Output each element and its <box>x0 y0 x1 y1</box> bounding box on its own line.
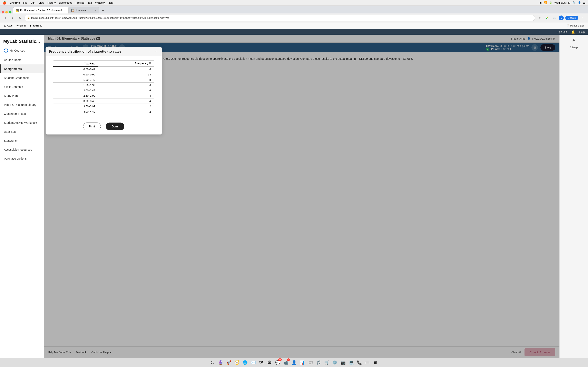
tax-rate-cell: 1.50–1.99 <box>53 83 98 88</box>
sidebar-item-statcrunch[interactable]: StatCrunch <box>0 136 44 145</box>
mac-menubar: 🍎 Chrome File Edit View History Bookmark… <box>0 0 294 6</box>
modal-footer: Print Done <box>46 118 162 134</box>
sidebar-item-accessible-resources[interactable]: Accessible Resources <box>0 145 44 154</box>
apple-menu[interactable]: 🍎 <box>2 1 7 5</box>
forward-button[interactable]: › <box>10 15 16 21</box>
main-content: MyLab Statistic... My Courses Course Hom… <box>0 35 294 184</box>
top-app-bar: Sign Out 🔔 Help <box>0 29 294 35</box>
edit-menu[interactable]: Edit <box>31 1 35 4</box>
tax-rate-cell: 3.50–3.99 <box>53 104 98 109</box>
mylab-sidebar: MyLab Statistic... My Courses Course Hom… <box>0 35 44 184</box>
bookmarks-menu[interactable]: Bookmarks <box>59 1 72 4</box>
frequency-cell: 14 <box>98 72 154 77</box>
frequency-header: Frequency ⊞ <box>98 60 154 67</box>
tax-rate-cell: 4.00–4.49 <box>53 109 98 114</box>
close-tab-button[interactable]: × <box>64 9 66 12</box>
sidebar-my-courses-label: My Courses <box>9 49 25 52</box>
table-row: 1.50–1.996 <box>53 83 154 88</box>
sidebar-item-data-sets[interactable]: Data Sets <box>0 127 44 136</box>
tax-rate-cell: 3.00–3.49 <box>53 99 98 104</box>
table-row: 4.00–4.492 <box>53 109 154 114</box>
frequency-cell: 6 <box>98 83 154 88</box>
history-menu[interactable]: History <box>47 1 56 4</box>
file-menu[interactable]: File <box>23 1 27 4</box>
nav-bar: ‹ › ↻ 🔒 mathxl.com/Student/PlayerHomewor… <box>0 13 294 22</box>
table-row: 2.50–2.994 <box>53 93 154 99</box>
bookmark-apps[interactable]: ⊞ Apps <box>2 24 14 28</box>
sidebar-assignments-label: Assignments <box>4 67 22 71</box>
youtube-icon: ▶ <box>30 24 32 27</box>
profiles-menu[interactable]: Profiles <box>76 1 84 4</box>
view-menu[interactable]: View <box>38 1 44 4</box>
sidebar-item-classroom-notes[interactable]: Classroom Notes <box>0 109 44 118</box>
tab-favicon: 📐 <box>16 9 18 12</box>
sidebar-item-etext-contents[interactable]: eText Contents <box>0 82 44 91</box>
sidebar-video-resource-label: Video & Resource Library <box>4 103 36 106</box>
sidebar-item-course-home[interactable]: Course Home <box>0 55 44 64</box>
copy-icon[interactable]: ⊞ <box>149 62 151 65</box>
chrome-menu[interactable]: Chrome <box>10 1 20 4</box>
back-button[interactable]: ‹ <box>2 15 8 21</box>
bookmark-gmail[interactable]: ✉ Gmail <box>15 24 27 28</box>
content-area: Math 54: Elementary Statistics (2) Shane… <box>44 35 294 184</box>
sidebar-item-purchase-options[interactable]: Purchase Options <box>0 154 44 163</box>
done-button[interactable]: Done <box>106 123 124 130</box>
modal-title: Frequency distribution of cigarette tax … <box>49 50 121 54</box>
table-row: 1.00–1.498 <box>53 77 154 83</box>
minimize-window-button[interactable] <box>5 11 8 13</box>
sidebar-purchase-label: Purchase Options <box>4 157 26 160</box>
modal-titlebar: Frequency distribution of cigarette tax … <box>46 47 162 56</box>
frequency-distribution-dialog: Frequency distribution of cigarette tax … <box>45 47 162 134</box>
sidebar-item-assignments[interactable]: Assignments <box>0 64 44 73</box>
table-row: 3.00–3.494 <box>53 99 154 104</box>
frequency-table: Tax Rate Frequency ⊞ 0.00–0.4960.50–0.99… <box>53 60 154 114</box>
new-tab-button[interactable]: + <box>100 8 106 13</box>
bookmark-apps-label: Apps <box>7 24 12 27</box>
sidebar-statcrunch-label: StatCrunch <box>4 139 18 142</box>
sidebar-item-student-activity[interactable]: Student Activity Workbook <box>0 118 44 127</box>
url-text: mathxl.com/Student/PlayerHomework.aspx?h… <box>31 17 294 19</box>
reload-button[interactable]: ↻ <box>17 15 23 21</box>
bookmarks-bar: ⊞ Apps ✉ Gmail ▶ YouTube 📋 Reading List <box>0 22 294 29</box>
maximize-window-button[interactable] <box>9 11 11 13</box>
tab-menu[interactable]: Tab <box>87 1 92 4</box>
mathxl-container: Math 54: Elementary Statistics (2) Shane… <box>44 35 294 184</box>
sidebar-item-student-gradebook[interactable]: Student Gradebook <box>0 73 44 82</box>
close-window-button[interactable] <box>2 11 4 13</box>
inactive-tab[interactable]: 📋 dom sam... × <box>69 7 99 13</box>
sidebar-item-video-resource[interactable]: Video & Resource Library <box>0 100 44 109</box>
print-button[interactable]: Print <box>83 123 101 130</box>
sidebar-classroom-notes-label: Classroom Notes <box>4 112 26 115</box>
frequency-cell: 6 <box>98 67 154 72</box>
sidebar-etext-label: eText Contents <box>4 85 23 89</box>
modal-body: Tax Rate Frequency ⊞ 0.00–0.4960.50–0.99… <box>46 56 162 118</box>
minimize-dialog-button[interactable]: – <box>147 49 152 54</box>
frequency-cell: 4 <box>98 99 154 104</box>
inactive-tab-favicon: 📋 <box>71 9 74 12</box>
sidebar-data-sets-label: Data Sets <box>4 130 16 133</box>
address-bar[interactable]: 🔒 mathxl.com/Student/PlayerHomework.aspx… <box>25 15 294 21</box>
sidebar-study-plan-label: Study Plan <box>4 94 18 98</box>
bookmark-youtube[interactable]: ▶ YouTube <box>28 24 44 28</box>
tax-rate-header: Tax Rate <box>53 60 98 67</box>
close-inactive-tab-button[interactable]: × <box>95 9 96 12</box>
apps-icon: ⊞ <box>4 24 6 27</box>
sidebar-item-study-plan[interactable]: Study Plan <box>0 91 44 100</box>
frequency-cell: 2 <box>98 104 154 109</box>
table-row: 0.00–0.496 <box>53 67 154 72</box>
modal-overlay: Frequency distribution of cigarette tax … <box>44 35 294 184</box>
close-dialog-button[interactable]: ✕ <box>154 49 158 54</box>
sidebar-student-activity-label: Student Activity Workbook <box>4 121 37 124</box>
sidebar-item-my-courses[interactable]: My Courses <box>0 46 44 55</box>
tax-rate-cell: 0.00–0.49 <box>53 67 98 72</box>
active-tab[interactable]: 📐 Do Homework - Section 3.3 Homework × <box>13 7 69 13</box>
window-menu[interactable]: Window <box>95 1 104 4</box>
table-row: 3.50–3.992 <box>53 104 154 109</box>
lock-icon: 🔒 <box>27 17 30 19</box>
gmail-icon: ✉ <box>17 24 18 27</box>
sidebar-course-home-label: Course Home <box>4 58 21 62</box>
tax-rate-cell: 1.00–1.49 <box>53 77 98 83</box>
help-menu[interactable]: Help <box>108 1 113 4</box>
active-tab-title: Do Homework - Section 3.3 Homework <box>20 9 62 12</box>
traffic-lights <box>2 11 11 13</box>
